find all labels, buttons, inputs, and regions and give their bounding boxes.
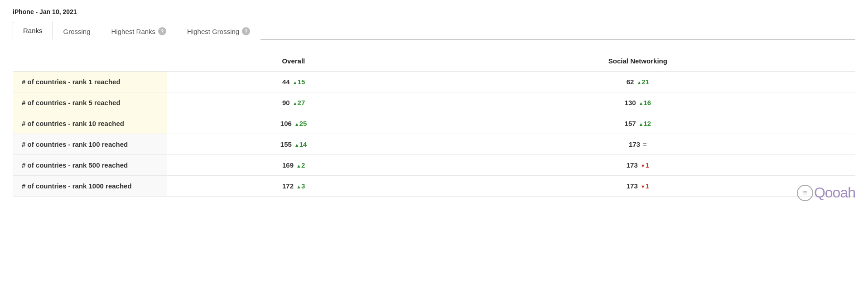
cell-value-social-3: 173 =	[629, 140, 647, 148]
row-social-1: 130 16	[420, 92, 855, 113]
social-num-2: 157	[625, 120, 636, 127]
row-social-0: 62 21	[420, 72, 855, 92]
table-header-row: Overall Social Networking	[13, 53, 855, 72]
overall-num-3: 155	[280, 140, 292, 148]
row-social-2: 157 12	[420, 113, 855, 134]
table-row: # of countries - rank 5 reached90 27130 …	[13, 92, 855, 113]
overall-change-5: 3	[296, 182, 305, 190]
social-change-1: 16	[639, 99, 651, 106]
row-social-4: 173 1	[420, 155, 855, 176]
page-wrapper: iPhone - Jan 10, 2021 Ranks Grossing Hig…	[0, 0, 868, 210]
overall-num-2: 106	[280, 120, 292, 127]
row-label-5: # of countries - rank 1000 reached	[13, 176, 167, 197]
ranks-table: Overall Social Networking # of countries…	[13, 53, 855, 197]
overall-change-2: 25	[294, 120, 307, 127]
highest-ranks-help-icon[interactable]: ?	[158, 27, 166, 35]
table-row: # of countries - rank 500 reached169 217…	[13, 155, 855, 176]
table-row: # of countries - rank 1 reached44 1562 2…	[13, 72, 855, 92]
watermark: ≡ Qooah	[797, 184, 855, 201]
social-change-0: 21	[637, 78, 649, 86]
social-num-5: 173	[627, 182, 638, 190]
overall-num-1: 90	[282, 99, 290, 106]
row-overall-5: 172 3	[167, 176, 420, 197]
table-row: # of countries - rank 10 reached106 2515…	[13, 113, 855, 134]
tab-highest-ranks[interactable]: Highest Ranks ?	[101, 22, 177, 40]
social-change-4: 1	[641, 161, 649, 169]
row-overall-0: 44 15	[167, 72, 420, 92]
row-social-3: 173 =	[420, 134, 855, 155]
cell-value-social-1: 130 16	[625, 99, 651, 106]
tab-highest-grossing[interactable]: Highest Grossing ?	[177, 22, 260, 40]
row-overall-4: 169 2	[167, 155, 420, 176]
row-overall-2: 106 25	[167, 113, 420, 134]
cell-value-social-5: 173 1	[627, 182, 649, 190]
cell-value-overall-4: 169 2	[282, 161, 305, 169]
row-label-0: # of countries - rank 1 reached	[13, 72, 167, 92]
cell-value-overall-5: 172 3	[282, 182, 305, 190]
row-overall-1: 90 27	[167, 92, 420, 113]
overall-change-1: 27	[293, 99, 305, 106]
overall-change-3: 14	[294, 140, 307, 148]
overall-change-4: 2	[296, 161, 305, 169]
social-num-1: 130	[625, 99, 636, 106]
watermark-icon: ≡	[797, 185, 813, 201]
cell-value-social-2: 157 12	[625, 120, 651, 127]
social-change-2: 12	[639, 120, 651, 127]
row-overall-3: 155 14	[167, 134, 420, 155]
col-header-overall: Overall	[167, 53, 420, 72]
social-change-5: 1	[641, 182, 649, 190]
watermark-q: Q	[814, 184, 825, 201]
row-label-1: # of countries - rank 5 reached	[13, 92, 167, 113]
overall-num-4: 169	[282, 161, 294, 169]
row-label-2: # of countries - rank 10 reached	[13, 113, 167, 134]
cell-value-social-4: 173 1	[627, 161, 649, 169]
row-label-3: # of countries - rank 100 reached	[13, 134, 167, 155]
col-header-empty	[13, 53, 167, 72]
row-social-5: 173 1	[420, 176, 855, 197]
table-row: # of countries - rank 1000 reached172 31…	[13, 176, 855, 197]
cell-value-overall-2: 106 25	[280, 120, 307, 127]
social-num-4: 173	[627, 161, 638, 169]
cell-value-social-0: 62 21	[627, 78, 649, 86]
tab-grossing[interactable]: Grossing	[53, 23, 101, 40]
table-row: # of countries - rank 100 reached155 141…	[13, 134, 855, 155]
social-num-0: 62	[627, 78, 634, 86]
cell-value-overall-3: 155 14	[280, 140, 307, 148]
watermark-text: Qooah	[814, 184, 855, 201]
col-header-social-networking: Social Networking	[420, 53, 855, 72]
overall-change-0: 15	[293, 78, 305, 86]
watermark-ooah: ooah	[825, 184, 855, 201]
overall-num-5: 172	[282, 182, 294, 190]
tabs-bar: Ranks Grossing Highest Ranks ? Highest G…	[13, 22, 855, 40]
tab-ranks[interactable]: Ranks	[13, 22, 53, 40]
social-change-3: =	[643, 140, 647, 148]
overall-num-0: 44	[282, 78, 290, 86]
highest-grossing-help-icon[interactable]: ?	[242, 27, 250, 35]
page-title: iPhone - Jan 10, 2021	[13, 8, 855, 15]
cell-value-overall-1: 90 27	[282, 99, 305, 106]
row-label-4: # of countries - rank 500 reached	[13, 155, 167, 176]
cell-value-overall-0: 44 15	[282, 78, 305, 86]
social-num-3: 173	[629, 140, 640, 148]
